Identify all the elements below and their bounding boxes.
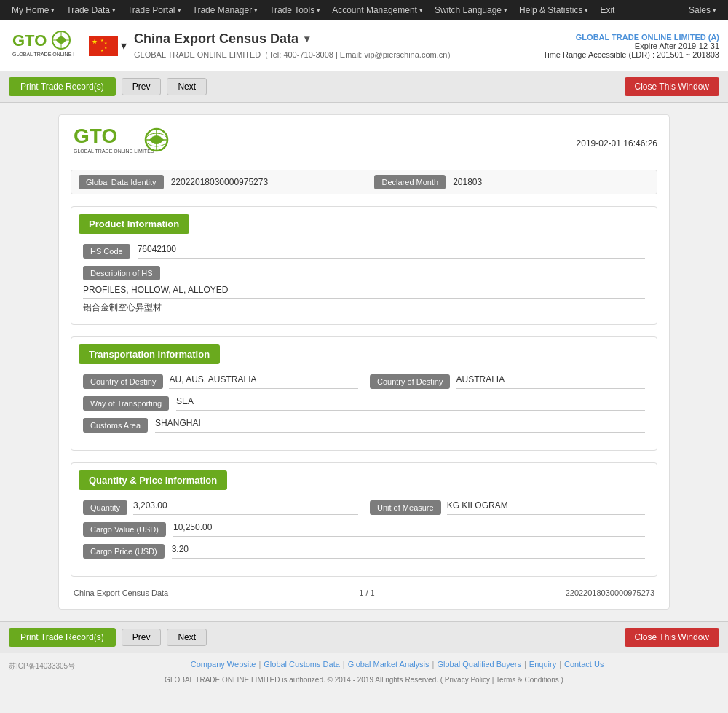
transportation-information-section: Transportation Information Country of De… [71, 336, 657, 451]
company-name: GLOBAL TRADE ONLINE LIMITED (A) [543, 33, 719, 42]
bottom-next-button[interactable]: Next [167, 629, 207, 646]
transportation-information-header: Transportation Information [79, 344, 220, 364]
company-logo: GTO GLOBAL TRADE ONLINE LIMITED [9, 25, 74, 66]
country-of-destiny-label2: Country of Destiny [370, 374, 450, 389]
page-title: China Export Census Data ▾ [134, 31, 543, 47]
way-of-transporting-row: Way of Transporting SEA [83, 396, 645, 411]
country-flag-area: ★ ★ ★ ★ ★ ▾ [89, 36, 127, 56]
svg-text:GLOBAL TRADE ONLINE LIMITED: GLOBAL TRADE ONLINE LIMITED [74, 149, 154, 154]
footer-link-company-website[interactable]: Company Website [191, 660, 256, 669]
hs-code-row: HS Code 76042100 [83, 244, 645, 259]
nav-trade-portal[interactable]: Trade Portal ▾ [122, 0, 187, 20]
footer-link-global-market-analysis[interactable]: Global Market Analysis [348, 660, 430, 669]
unit-of-measure-pair: Unit of Measure KG KILOGRAM [370, 500, 645, 515]
nav-my-home[interactable]: My Home ▾ [6, 0, 60, 20]
quantity-label: Quantity [83, 500, 127, 515]
logo-area: GTO GLOBAL TRADE ONLINE LIMITED [9, 25, 74, 66]
customs-area-row: Customs Area SHANGHAI [83, 418, 645, 433]
nav-trade-portal-arrow: ▾ [178, 7, 181, 14]
global-data-identity-value: 22022018030000975273 [171, 177, 368, 187]
nav-my-home-arrow: ▾ [51, 7, 55, 14]
quantity-value: 3,203.00 [133, 500, 358, 515]
bottom-close-window-button[interactable]: Close This Window [625, 628, 719, 647]
description-en-value: PROFILES, HOLLOW, AL, ALLOYED [83, 285, 645, 299]
nav-trade-data-arrow: ▾ [112, 7, 116, 14]
top-navigation: My Home ▾ Trade Data ▾ Trade Portal ▾ Tr… [0, 0, 728, 20]
product-information-header: Product Information [79, 214, 189, 234]
card-logo: GTO GLOBAL TRADE ONLINE LIMITED [71, 127, 173, 159]
title-dropdown-arrow[interactable]: ▾ [304, 33, 309, 44]
nav-sales[interactable]: Sales ▾ [683, 0, 722, 20]
footer-copyright: GLOBAL TRADE ONLINE LIMITED is authorize… [9, 676, 719, 684]
footer-link-global-customs-data[interactable]: Global Customs Data [264, 660, 340, 669]
svg-text:GLOBAL TRADE ONLINE LIMITED: GLOBAL TRADE ONLINE LIMITED [12, 52, 74, 57]
ldr-info: Time Range Accessible (LDR) : 201501 ~ 2… [543, 50, 719, 59]
declared-month-value: 201803 [453, 177, 649, 187]
nav-help-statistics[interactable]: Help & Statistics ▾ [513, 0, 594, 20]
nav-switch-language[interactable]: Switch Language ▾ [429, 0, 513, 20]
customs-area-value: SHANGHAI [155, 418, 645, 433]
country-of-destiny-pair1: Country of Destiny AU, AUS, AUSTRALIA [83, 374, 358, 389]
bottom-print-button[interactable]: Print Trade Record(s) [9, 628, 116, 647]
nav-help-statistics-arrow: ▾ [585, 7, 588, 14]
unit-of-measure-label: Unit of Measure [370, 500, 441, 515]
header-subtitle: GLOBAL TRADE ONLINE LIMITED（Tel: 400-710… [134, 50, 543, 60]
svg-text:GTO: GTO [12, 31, 47, 50]
svg-text:★: ★ [92, 38, 98, 45]
cargo-price-label: Cargo Price (USD) [83, 544, 165, 559]
next-button[interactable]: Next [167, 78, 207, 95]
country-of-destiny-pair2: Country of Destiny AUSTRALIA [370, 374, 645, 389]
bottom-toolbar: Print Trade Record(s) Prev Next Close Th… [0, 621, 728, 653]
footer-link-enquiry[interactable]: Enquiry [529, 660, 556, 669]
hs-code-value: 76042100 [138, 244, 645, 259]
cargo-value-label: Cargo Value (USD) [83, 522, 166, 537]
hs-code-label: HS Code [83, 244, 130, 259]
global-data-identity-label: Global Data Identity [79, 175, 164, 189]
footer-link-contact-us[interactable]: Contact Us [564, 660, 604, 669]
declared-month-label: Declared Month [374, 175, 446, 189]
country-of-destiny-label1: Country of Destiny [83, 374, 163, 389]
top-toolbar: Print Trade Record(s) Prev Next Close Th… [0, 71, 728, 103]
card-footer: China Export Census Data 1 / 1 220220180… [71, 588, 657, 597]
close-window-button[interactable]: Close This Window [625, 77, 719, 96]
customs-area-label: Customs Area [83, 418, 148, 433]
header-bar: GTO GLOBAL TRADE ONLINE LIMITED ★ ★ ★ ★ … [0, 20, 728, 71]
cargo-value-value: 10,250.00 [173, 522, 645, 537]
description-of-hs-label: Description of HS [83, 266, 160, 280]
footer-link-global-qualified-buyers[interactable]: Global Qualified Buyers [437, 660, 521, 669]
nav-trade-manager[interactable]: Trade Manager ▾ [187, 0, 264, 20]
nav-account-management-arrow: ▾ [419, 7, 423, 14]
quantity-price-section: Quantity & Price Information Quantity 3,… [71, 462, 657, 577]
identity-row: Global Data Identity 2202201803000097527… [71, 170, 657, 194]
main-content: GTO GLOBAL TRADE ONLINE LIMITED 2019-02-… [0, 103, 728, 621]
country-of-destiny-row: Country of Destiny AU, AUS, AUSTRALIA Co… [83, 374, 645, 389]
cargo-price-value: 3.20 [172, 544, 645, 559]
quantity-price-body: Quantity 3,203.00 Unit of Measure KG KIL… [71, 497, 657, 576]
cargo-value-row: Cargo Value (USD) 10,250.00 [83, 522, 645, 537]
way-of-transporting-value: SEA [176, 396, 645, 411]
nav-switch-language-arrow: ▾ [504, 7, 507, 14]
nav-sales-arrow: ▾ [713, 7, 716, 14]
prev-button[interactable]: Prev [122, 78, 162, 95]
record-datetime: 2019-02-01 16:46:26 [577, 138, 657, 149]
country-of-destiny-value1: AU, AUS, AUSTRALIA [169, 374, 358, 389]
nav-exit[interactable]: Exit [594, 0, 620, 20]
nav-trade-tools-arrow: ▾ [317, 7, 320, 14]
quantity-unit-row: Quantity 3,203.00 Unit of Measure KG KIL… [83, 500, 645, 515]
nav-trade-tools[interactable]: Trade Tools ▾ [264, 0, 326, 20]
product-information-body: HS Code 76042100 Description of HS PROFI… [71, 241, 657, 324]
icp-text: 苏ICP备14033305号 [9, 661, 75, 671]
footer-record-id: 22022018030000975273 [566, 588, 654, 597]
print-button[interactable]: Print Trade Record(s) [9, 77, 116, 96]
flag-dropdown[interactable]: ▾ [121, 39, 127, 52]
description-cn-value: 铝合金制空心异型材 [83, 302, 645, 314]
bottom-prev-button[interactable]: Prev [122, 629, 162, 646]
nav-trade-data[interactable]: Trade Data ▾ [60, 0, 122, 20]
transportation-information-body: Country of Destiny AU, AUS, AUSTRALIA Co… [71, 371, 657, 450]
card-logo-svg: GTO GLOBAL TRADE ONLINE LIMITED [71, 127, 173, 159]
unit-of-measure-value: KG KILOGRAM [447, 500, 645, 515]
svg-text:GTO: GTO [74, 127, 117, 147]
nav-account-management[interactable]: Account Management ▾ [326, 0, 429, 20]
nav-trade-manager-arrow: ▾ [254, 7, 258, 14]
expire-info: Expire After 2019-12-31 [543, 42, 719, 50]
